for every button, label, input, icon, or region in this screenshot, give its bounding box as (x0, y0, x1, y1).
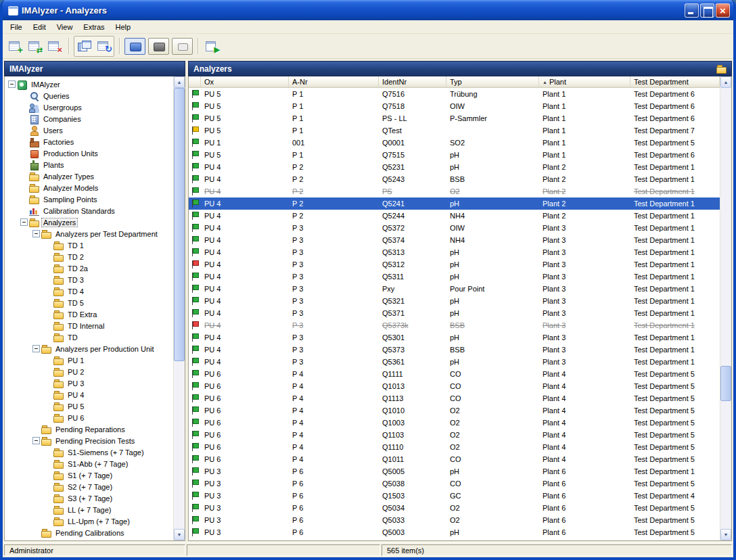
view-detail-button[interactable] (124, 38, 145, 55)
tree-item-td-2a[interactable]: TD 2a (5, 262, 173, 274)
column-header-ident[interactable]: IdentNr (379, 76, 446, 87)
tree-item-analyzer-types[interactable]: Analyzer Types (5, 170, 173, 182)
table-row[interactable]: PU 4P 3Q5371pHPlant 3Test Department 1 (189, 307, 720, 319)
menu-view[interactable]: View (51, 20, 78, 33)
new-record-button[interactable]: + (6, 37, 24, 55)
table-row[interactable]: PU 4P 2PSO2Plant 2Test Department 1 (189, 185, 720, 197)
menu-file[interactable]: File (5, 20, 28, 33)
column-header-typ[interactable]: Typ (446, 76, 539, 87)
tree-scrollbar[interactable]: ▲ ▼ (173, 76, 185, 540)
tree-item-pu-1[interactable]: PU 1 (5, 354, 173, 366)
tree-item-td-2[interactable]: TD 2 (5, 251, 173, 262)
column-header-dept[interactable]: Test Department (630, 76, 720, 87)
tree-item-pu-6[interactable]: PU 6 (5, 412, 173, 423)
tree-item-td-1[interactable]: TD 1 (5, 239, 173, 251)
tree-item-companies[interactable]: Companies (5, 113, 173, 124)
table-row[interactable]: PU 3P 6Q5034O2Plant 6Test Department 5 (189, 502, 720, 514)
table-row[interactable]: PU 5P 1Q7518OIWPlant 1Test Department 6 (189, 100, 720, 112)
table-row[interactable]: PU 5P 1Q7515pHPlant 1Test Department 6 (189, 149, 720, 161)
tree-scroll-thumb[interactable] (174, 88, 185, 361)
table-row[interactable]: PU 4P 3Q5361pHPlant 3Test Department 1 (189, 356, 720, 368)
table-row[interactable]: PU 6P 4Q1011COPlant 4Test Department 5 (189, 453, 720, 465)
tree-item-pending-precision-tests[interactable]: Pending Precision Tests (5, 435, 173, 446)
table-row[interactable]: PU 6P 4Q1010O2Plant 4Test Department 5 (189, 404, 720, 417)
tree-item-calibration-standards[interactable]: Calibration Standards (5, 205, 173, 216)
table-row[interactable]: PU 5P 1QTestPlant 1Test Department 7 (189, 124, 720, 137)
table-row[interactable]: PU 6P 4Q1110O2Plant 4Test Department 5 (189, 441, 720, 453)
close-button[interactable] (716, 3, 730, 18)
table-row[interactable]: PU 5P 1PS - LLP-SammlerPlant 1Test Depar… (189, 112, 720, 124)
tree-scroll-up-button[interactable]: ▲ (174, 76, 185, 88)
tree-item-analyzers-per-test-department[interactable]: Analyzers per Test Department (5, 228, 173, 239)
table-row[interactable]: PU 4P 3Q5312pHPlant 3Test Department 1 (189, 258, 720, 271)
table-scroll-track[interactable] (720, 88, 731, 529)
tree-item-s1-abb-7-tage[interactable]: S1-Abb (+ 7 Tage) (5, 458, 173, 469)
table-row[interactable]: PU 6P 4Q1003O2Plant 4Test Department 5 (189, 417, 720, 429)
tree-item-td-internal[interactable]: TD Internal (5, 320, 173, 331)
menu-edit[interactable]: Edit (28, 20, 51, 33)
view-small-button[interactable] (172, 38, 193, 55)
table-row[interactable]: PU 4P 3Q5373kBSBPlant 3Test Department 1 (189, 319, 720, 331)
panel-folder-icon[interactable] (716, 64, 727, 74)
maximize-button[interactable] (700, 3, 714, 18)
menu-extras[interactable]: Extras (78, 20, 110, 33)
table-scroll-down-button[interactable]: ▼ (720, 529, 731, 540)
tree-item-ll-upm-7-tage[interactable]: LL-Upm (+ 7 Tage) (5, 515, 173, 527)
tree-item-td-4[interactable]: TD 4 (5, 285, 173, 297)
table-row[interactable]: PU 4P 3PxyPour PointPlant 3Test Departme… (189, 283, 720, 295)
tree-item-s1-siemens-7-tage[interactable]: S1-Siemens (+ 7 Tage) (5, 446, 173, 458)
tree-item-pu-4[interactable]: PU 4 (5, 389, 173, 400)
table-row[interactable]: PU 4P 2Q5231pHPlant 2Test Department 1 (189, 161, 720, 173)
tree-item-plants[interactable]: Plants (5, 159, 173, 170)
table-row[interactable]: PU 3P 6Q5005pHPlant 6Test Department 1 (189, 465, 720, 477)
tree-item-analyzer-models[interactable]: Analyzer Models (5, 182, 173, 193)
tree-item-td-extra[interactable]: TD Extra (5, 308, 173, 320)
tree-collapse-icon[interactable] (32, 230, 40, 237)
tree-collapse-icon[interactable] (20, 218, 28, 226)
tree-item-analyzers[interactable]: Analyzers (5, 216, 173, 228)
tree-item-usergroups[interactable]: Usergroups (5, 101, 173, 113)
tree-item-production-units[interactable]: Production Units (5, 147, 173, 159)
column-header-anr[interactable]: A-Nr (289, 76, 379, 87)
tree-item-pending-calibrations[interactable]: Pending Calibrations (5, 527, 173, 538)
table-row[interactable]: PU 3P 6Q1503GCPlant 6Test Department 4 (189, 490, 720, 502)
tree-scroll-track[interactable] (174, 88, 185, 529)
tree-scroll-down-button[interactable]: ▼ (174, 529, 185, 540)
tree-item-imalyzer[interactable]: IMAlyzer (5, 78, 173, 90)
table-row[interactable]: PU 1001Q0001SO2Plant 1Test Department 5 (189, 137, 720, 149)
table-row[interactable]: PU 4P 3Q5374NH4Plant 3Test Department 1 (189, 234, 720, 246)
tree-item-pu-5[interactable]: PU 5 (5, 400, 173, 412)
table-row[interactable]: PU 4P 3Q5313pHPlant 3Test Department 1 (189, 246, 720, 258)
tree-item-s2-7-tage[interactable]: S2 (+ 7 Tage) (5, 481, 173, 492)
tree-item-sampling-points[interactable]: Sampling Points (5, 193, 173, 205)
tree-item-pending-reparations[interactable]: Pending Reparations (5, 423, 173, 435)
tree-item-analyzers-per-production-unit[interactable]: Analyzers per Production Unit (5, 343, 173, 354)
run-button[interactable]: ▶ (203, 37, 221, 55)
table-row[interactable]: PU 5P 1Q7516TrübungPlant 1Test Departmen… (189, 88, 720, 100)
tree-collapse-icon[interactable] (8, 80, 16, 88)
table-row[interactable]: PU 4P 3Q5301pHPlant 3Test Department 1 (189, 331, 720, 344)
tree-item-s3-7-tage[interactable]: S3 (+ 7 Tage) (5, 492, 173, 504)
tree-item-queries[interactable]: Queries (5, 90, 173, 101)
refresh-button[interactable]: ↻ (95, 37, 113, 55)
edit-record-button[interactable]: ⇄ (26, 37, 44, 55)
table-row[interactable]: PU 6P 4Q1103O2Plant 4Test Department 5 (189, 429, 720, 441)
table-row[interactable]: PU 3P 6Q5033O2Plant 6Test Department 5 (189, 514, 720, 526)
table-row[interactable]: PU 6P 4Q1013COPlant 4Test Department 5 (189, 380, 720, 392)
delete-record-button[interactable]: × (45, 37, 64, 55)
table-row[interactable]: PU 4P 3Q5321pHPlant 3Test Department 1 (189, 295, 720, 307)
minimize-button[interactable] (685, 3, 699, 18)
tree-item-td-5[interactable]: TD 5 (5, 297, 173, 308)
tree-item-s1-7-tage[interactable]: S1 (+ 7 Tage) (5, 469, 173, 481)
table-row[interactable]: PU 4P 3Q5311pHPlant 3Test Department 1 (189, 271, 720, 283)
tree-collapse-icon[interactable] (32, 345, 40, 352)
tree-collapse-icon[interactable] (32, 437, 40, 444)
tree-item-factories[interactable]: Factories (5, 136, 173, 147)
tree-item-ll-7-tage[interactable]: LL (+ 7 Tage) (5, 504, 173, 515)
tree-item-td[interactable]: TD (5, 331, 173, 343)
table-scrollbar[interactable]: ▲ ▼ (720, 76, 731, 540)
table-row[interactable]: PU 6P 4Q1111COPlant 4Test Department 5 (189, 368, 720, 380)
tree-item-td-3[interactable]: TD 3 (5, 274, 173, 285)
title-bar[interactable]: IMAlyzer - Analyzers (3, 0, 733, 20)
tree-item-users[interactable]: Users (5, 124, 173, 136)
